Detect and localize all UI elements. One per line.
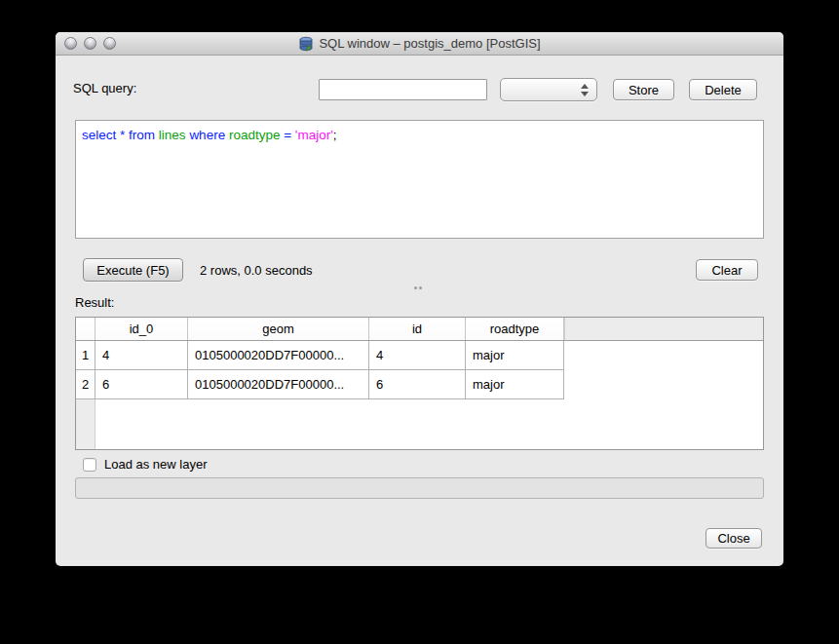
table-cell[interactable]: 0105000020DD7F00000... (188, 370, 369, 399)
store-button[interactable]: Store (613, 79, 674, 100)
sql-editor[interactable]: select * from lines where roadtype = 'ma… (75, 120, 764, 239)
sql-token: 'major' (295, 128, 333, 142)
close-window-button[interactable] (64, 37, 77, 50)
table-cell[interactable]: 6 (95, 370, 188, 399)
result-label: Result: (75, 295, 114, 310)
traffic-lights (64, 37, 116, 50)
table-row[interactable]: 2 6 0105000020DD7F00000... 6 major (76, 370, 763, 399)
sql-token: where (189, 128, 225, 142)
table-row[interactable]: 1 4 0105000020DD7F00000... 4 major (76, 341, 763, 370)
vertical-header-strip (76, 399, 95, 450)
table-cell[interactable]: major (466, 341, 564, 370)
table-cell[interactable]: major (466, 370, 564, 399)
table-cell[interactable]: 4 (369, 341, 466, 370)
table-empty-area (76, 399, 763, 450)
load-as-new-layer-row: Load as new layer (83, 457, 208, 472)
window-title: SQL window – postgis_demo [PostGIS] (298, 36, 540, 52)
column-header-roadtype[interactable]: roadtype (466, 318, 564, 340)
close-button[interactable]: Close (706, 528, 762, 549)
zoom-window-button[interactable] (103, 37, 116, 50)
execute-button[interactable]: Execute (F5) (83, 258, 183, 282)
table-cell[interactable]: 0105000020DD7F00000... (188, 341, 369, 370)
sql-code: select * from lines where roadtype = 'ma… (76, 121, 763, 149)
delete-button[interactable]: Delete (689, 79, 757, 100)
minimize-window-button[interactable] (84, 37, 96, 50)
sql-window: SQL window – postgis_demo [PostGIS] SQL … (56, 32, 783, 566)
table-corner-header[interactable] (76, 318, 95, 340)
query-name-input[interactable] (319, 79, 487, 100)
row-number-cell[interactable]: 2 (76, 370, 95, 399)
load-as-new-layer-label: Load as new layer (104, 457, 208, 472)
sql-token: roadtype (229, 128, 281, 142)
column-header-geom[interactable]: geom (188, 318, 369, 340)
sql-token: lines (159, 128, 186, 142)
window-title-text: SQL window – postgis_demo [PostGIS] (319, 36, 540, 51)
title-bar[interactable]: SQL window – postgis_demo [PostGIS] (56, 32, 783, 56)
sql-query-label: SQL query: (73, 81, 136, 95)
splitter-handle[interactable] (412, 285, 424, 290)
select-arrows-icon (581, 84, 589, 96)
stored-query-select[interactable] (500, 78, 597, 101)
table-cell[interactable]: 4 (95, 341, 188, 370)
row-number-cell[interactable]: 1 (76, 341, 95, 370)
table-header-row: id_0 geom id roadtype (76, 318, 763, 341)
column-header-id[interactable]: id (369, 318, 466, 340)
column-header-id_0[interactable]: id_0 (95, 318, 188, 340)
sql-token: ; (333, 128, 337, 142)
clear-button[interactable]: Clear (696, 259, 758, 281)
sql-token: = (280, 128, 294, 142)
result-table: id_0 geom id roadtype 1 4 0105000020DD7F… (75, 317, 764, 450)
sql-token: select (82, 128, 116, 142)
sql-token: from (129, 128, 155, 142)
table-header-filler (564, 318, 763, 340)
table-cell[interactable]: 6 (369, 370, 466, 399)
query-status-text: 2 rows, 0.0 seconds (200, 263, 313, 278)
layer-name-input (75, 477, 764, 499)
load-as-new-layer-checkbox[interactable] (83, 458, 96, 472)
database-icon (298, 36, 314, 52)
